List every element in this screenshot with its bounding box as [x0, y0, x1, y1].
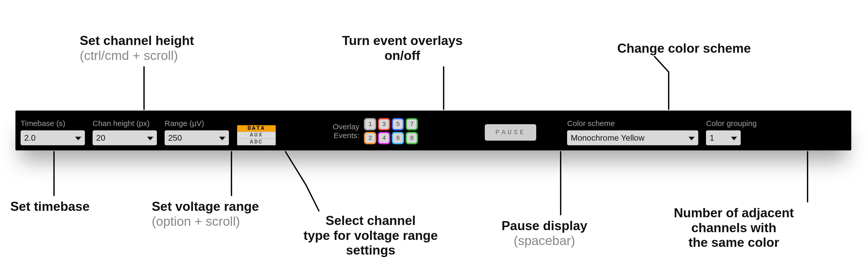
callout-chan-type-l3: settings: [346, 243, 395, 257]
overlay-event-5[interactable]: 5: [392, 118, 404, 130]
color-scheme-group: Color scheme Monochrome Yellow: [567, 119, 698, 145]
callout-chan-type-l1: Select channel: [326, 213, 415, 228]
color-scheme-select[interactable]: Monochrome Yellow: [567, 130, 698, 145]
overlay-event-2[interactable]: 2: [364, 132, 376, 144]
color-scheme-label: Color scheme: [567, 119, 698, 128]
overlay-event-1[interactable]: 1: [364, 118, 376, 130]
callout-timebase: Set timebase: [10, 199, 90, 214]
timebase-select[interactable]: 2.0: [21, 130, 85, 145]
chan-height-select[interactable]: 20: [93, 130, 157, 145]
range-label: Range (µV): [164, 119, 229, 128]
overlay-event-7[interactable]: 7: [406, 118, 418, 130]
callout-pause-title: Pause display: [501, 219, 587, 233]
chan-height-group: Chan height (px) 20: [93, 119, 157, 145]
channel-type-selector[interactable]: DATA AUX ADC: [237, 125, 276, 146]
callout-voltage-title: Set voltage range: [152, 199, 259, 214]
callout-grouping-l1: Number of adjacent: [674, 206, 794, 220]
callout-overlays: Turn event overlays on/off: [342, 33, 463, 63]
callout-pause-sub: (spacebar): [501, 234, 587, 248]
callout-scheme: Change color scheme: [617, 41, 751, 56]
overlay-event-grid: 13572468: [364, 118, 418, 144]
pause-label: PAUSE: [495, 129, 526, 136]
channel-type-aux[interactable]: AUX: [237, 132, 276, 138]
overlay-label-2: Events:: [334, 131, 359, 140]
overlay-event-6[interactable]: 6: [392, 132, 404, 144]
callout-chan-type-l2: type for voltage range: [304, 228, 438, 243]
color-grouping-select[interactable]: 1: [706, 130, 741, 145]
overlay-event-8[interactable]: 8: [406, 132, 418, 144]
range-value: 250: [168, 133, 182, 143]
overlay-label-1: Overlay: [333, 122, 359, 131]
range-group: Range (µV) 250: [164, 119, 229, 145]
color-scheme-value: Monochrome Yellow: [571, 133, 644, 143]
callout-channel-height-sub: (ctrl/cmd + scroll): [80, 48, 194, 63]
callout-voltage-sub: (option + scroll): [152, 214, 259, 229]
callout-overlays-l2: on/off: [384, 48, 420, 63]
callout-voltage: Set voltage range (option + scroll): [152, 199, 259, 229]
color-grouping-label: Color grouping: [706, 119, 757, 128]
toolbar: Timebase (s) 2.0 Chan height (px) 20 Ran…: [16, 111, 851, 150]
color-grouping-value: 1: [710, 133, 714, 143]
callout-pause: Pause display (spacebar): [501, 219, 587, 248]
timebase-value: 2.0: [24, 133, 35, 143]
pause-button[interactable]: PAUSE: [485, 124, 536, 141]
diagram-canvas: Set channel height (ctrl/cmd + scroll) T…: [0, 0, 868, 280]
callout-channel-height: Set channel height (ctrl/cmd + scroll): [80, 33, 194, 63]
callout-overlays-l1: Turn event overlays: [342, 33, 463, 48]
overlay-event-3[interactable]: 3: [378, 118, 390, 130]
callout-grouping-l2: channels with: [691, 221, 776, 235]
timebase-label: Timebase (s): [21, 119, 85, 128]
callout-chan-type: Select channel type for voltage range se…: [304, 213, 438, 258]
callout-timebase-title: Set timebase: [10, 199, 90, 214]
overlay-events-label: Overlay Events:: [333, 122, 359, 140]
callout-grouping-l3: the same color: [688, 235, 779, 250]
callout-channel-height-title: Set channel height: [80, 33, 194, 48]
callout-grouping: Number of adjacent channels with the sam…: [674, 206, 794, 250]
overlay-events-block: Overlay Events: 13572468: [333, 118, 418, 144]
range-select[interactable]: 250: [164, 130, 229, 145]
timebase-group: Timebase (s) 2.0: [21, 119, 85, 145]
overlay-event-4[interactable]: 4: [378, 132, 390, 144]
channel-type-adc[interactable]: ADC: [237, 138, 276, 145]
channel-type-data[interactable]: DATA: [237, 125, 276, 132]
chan-height-label: Chan height (px): [93, 119, 157, 128]
color-grouping-group: Color grouping 1: [706, 119, 757, 145]
chan-height-value: 20: [96, 133, 105, 143]
callout-scheme-title: Change color scheme: [617, 41, 751, 56]
